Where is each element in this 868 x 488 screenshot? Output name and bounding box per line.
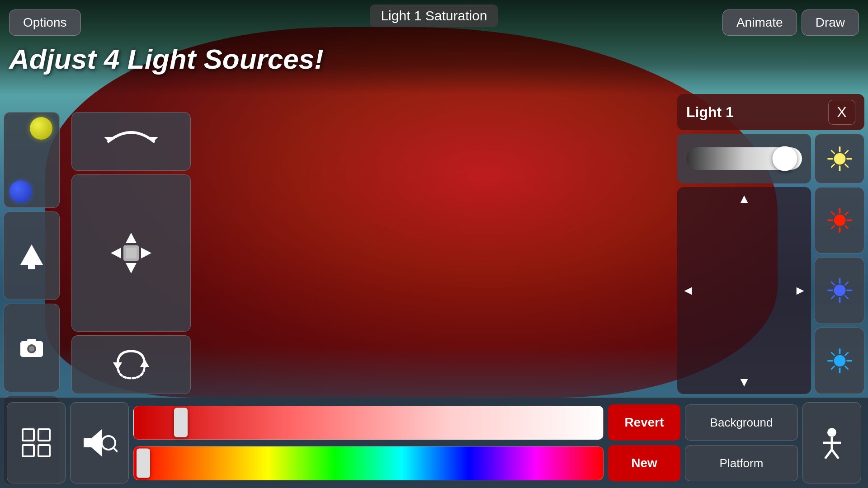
dir-up: ▲ xyxy=(738,192,750,206)
dir-left: ◄ xyxy=(682,283,694,298)
svg-line-34 xyxy=(845,164,848,167)
hue-thumb[interactable] xyxy=(137,449,150,478)
blue-sun-icon xyxy=(827,278,852,303)
svg-point-23 xyxy=(827,428,836,437)
light-title: Light 1 xyxy=(686,104,734,121)
hue-slider[interactable] xyxy=(133,446,604,480)
svg-rect-19 xyxy=(38,445,50,456)
dir-right: ► xyxy=(794,283,807,298)
sun-bright-button[interactable] xyxy=(815,134,864,183)
intensity-track xyxy=(686,147,802,170)
svg-line-42 xyxy=(831,212,834,215)
person-icon xyxy=(818,427,845,459)
svg-point-46 xyxy=(834,285,845,296)
red-color-button[interactable] xyxy=(815,187,864,253)
rotate-3d-icon xyxy=(108,342,154,387)
svg-line-62 xyxy=(845,352,848,355)
svg-line-35 xyxy=(845,150,848,153)
label-buttons: Background Platform xyxy=(685,402,798,483)
grid-button[interactable] xyxy=(7,402,66,483)
camera-icon xyxy=(18,334,45,361)
accessibility-button[interactable] xyxy=(802,402,861,483)
color-indicator-button[interactable] xyxy=(4,112,60,208)
svg-line-36 xyxy=(831,164,834,167)
svg-line-61 xyxy=(845,366,848,369)
move-up-button[interactable] xyxy=(4,211,60,300)
bottom-bar: Revert New Background Platform xyxy=(0,398,868,488)
saturation-thumb[interactable] xyxy=(174,408,188,437)
ball-blue xyxy=(9,180,32,203)
light-close-button[interactable]: X xyxy=(828,100,855,125)
options-button[interactable]: Options xyxy=(9,9,81,36)
rotate-button[interactable] xyxy=(71,112,191,171)
sliders-area xyxy=(133,402,604,483)
svg-rect-13 xyxy=(126,248,137,258)
top-right-area: Animate Draw xyxy=(722,9,859,36)
svg-marker-8 xyxy=(126,233,137,243)
svg-rect-17 xyxy=(38,429,50,441)
animate-button[interactable]: Animate xyxy=(722,9,797,36)
svg-marker-10 xyxy=(111,248,121,258)
red-sun-icon xyxy=(827,208,852,233)
direction-row: ▲ ▼ ◄ ► xyxy=(677,187,864,394)
svg-point-4 xyxy=(29,346,34,352)
light-header: Light 1 X xyxy=(677,94,864,130)
svg-line-60 xyxy=(831,352,834,355)
sun-large-icon xyxy=(827,146,852,171)
svg-marker-11 xyxy=(141,248,151,258)
svg-marker-9 xyxy=(126,263,137,273)
svg-rect-18 xyxy=(23,445,34,456)
svg-marker-20 xyxy=(84,429,102,456)
svg-line-43 xyxy=(845,226,848,229)
svg-line-45 xyxy=(831,226,834,229)
svg-line-33 xyxy=(831,150,834,153)
saturation-slider[interactable] xyxy=(133,406,604,440)
up-arrow-icon xyxy=(18,242,45,269)
svg-rect-5 xyxy=(27,339,36,343)
direction-circle[interactable]: ▲ ▼ ◄ ► xyxy=(677,187,811,394)
blue-color-button[interactable] xyxy=(815,257,864,324)
background-button[interactable]: Background xyxy=(685,404,798,441)
svg-point-28 xyxy=(834,153,845,164)
ball-yellow xyxy=(30,117,52,140)
platform-button[interactable]: Platform xyxy=(685,445,798,481)
action-buttons: Revert New xyxy=(608,402,680,483)
svg-rect-16 xyxy=(23,429,34,441)
svg-marker-14 xyxy=(140,359,149,367)
color-buttons-column xyxy=(815,187,864,394)
svg-line-27 xyxy=(832,450,839,459)
4way-move-button[interactable] xyxy=(71,174,191,332)
svg-line-51 xyxy=(831,282,834,285)
cyan-sun-icon xyxy=(827,348,852,373)
new-button[interactable]: New xyxy=(608,445,680,481)
dir-down: ▼ xyxy=(738,375,750,389)
draw-button[interactable]: Draw xyxy=(802,9,859,36)
camera-button[interactable] xyxy=(4,304,60,392)
svg-line-26 xyxy=(825,450,832,459)
zoom-button[interactable] xyxy=(70,402,129,483)
svg-marker-0 xyxy=(20,244,43,265)
svg-line-63 xyxy=(831,366,834,369)
intensity-thumb[interactable] xyxy=(772,146,797,171)
move-panel xyxy=(68,108,194,398)
zoom-icon xyxy=(81,427,118,459)
rotate-icon xyxy=(104,128,158,155)
svg-line-52 xyxy=(845,296,848,299)
svg-line-54 xyxy=(831,296,834,299)
revert-button[interactable]: Revert xyxy=(608,404,680,441)
cyan-color-button[interactable] xyxy=(815,328,864,394)
svg-line-53 xyxy=(845,282,848,285)
svg-line-22 xyxy=(113,447,118,452)
svg-marker-15 xyxy=(113,362,122,370)
svg-line-44 xyxy=(845,212,848,215)
4way-icon xyxy=(108,230,154,276)
svg-point-55 xyxy=(834,355,845,366)
intensity-slider-container[interactable] xyxy=(677,134,811,183)
page-title: Adjust 4 Light Sources! xyxy=(9,43,324,75)
saturation-label: Light 1 Saturation xyxy=(370,5,498,27)
right-panel: Light 1 X ▲ xyxy=(674,90,868,398)
intensity-row xyxy=(677,134,864,183)
grid-icon xyxy=(20,427,52,459)
rotate-3d-button[interactable] xyxy=(71,335,191,394)
svg-point-37 xyxy=(834,215,845,226)
